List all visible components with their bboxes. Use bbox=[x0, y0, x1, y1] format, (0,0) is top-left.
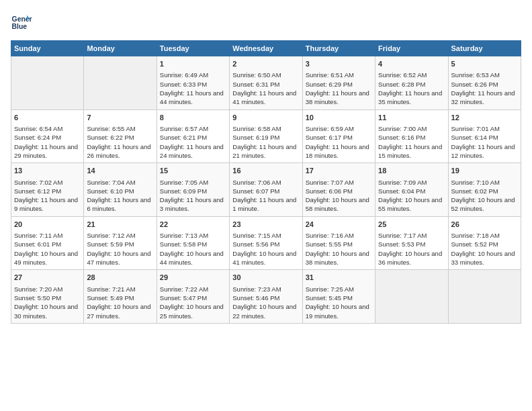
day-number: 4 bbox=[378, 59, 445, 69]
day-number: 23 bbox=[232, 220, 299, 230]
calendar-day-cell: 3Sunrise: 6:51 AM Sunset: 6:29 PM Daylig… bbox=[302, 56, 375, 110]
svg-text:Blue: Blue bbox=[12, 23, 28, 30]
day-number: 22 bbox=[160, 220, 226, 230]
calendar-week-row: 1Sunrise: 6:49 AM Sunset: 6:33 PM Daylig… bbox=[11, 56, 521, 110]
day-number: 24 bbox=[306, 220, 372, 230]
calendar-day-cell: 23Sunrise: 7:15 AM Sunset: 5:56 PM Dayli… bbox=[230, 216, 302, 270]
day-number: 7 bbox=[87, 113, 153, 123]
day-number: 9 bbox=[232, 113, 299, 123]
day-info: Sunrise: 7:25 AM Sunset: 5:45 PM Dayligh… bbox=[306, 285, 372, 320]
day-info: Sunrise: 7:02 AM Sunset: 6:12 PM Dayligh… bbox=[14, 178, 81, 214]
day-info: Sunrise: 7:20 AM Sunset: 5:50 PM Dayligh… bbox=[14, 285, 81, 320]
calendar-day-cell: 10Sunrise: 6:59 AM Sunset: 6:17 PM Dayli… bbox=[302, 109, 375, 163]
day-info: Sunrise: 6:49 AM Sunset: 6:33 PM Dayligh… bbox=[160, 71, 226, 106]
day-number: 20 bbox=[14, 220, 81, 230]
calendar-day-cell: 21Sunrise: 7:12 AM Sunset: 5:59 PM Dayli… bbox=[84, 216, 157, 270]
day-info: Sunrise: 6:58 AM Sunset: 6:19 PM Dayligh… bbox=[232, 124, 299, 160]
calendar-day-cell: 31Sunrise: 7:25 AM Sunset: 5:45 PM Dayli… bbox=[302, 270, 375, 324]
calendar-week-row: 20Sunrise: 7:11 AM Sunset: 6:01 PM Dayli… bbox=[11, 216, 521, 270]
calendar-day-cell: 27Sunrise: 7:20 AM Sunset: 5:50 PM Dayli… bbox=[11, 270, 84, 324]
day-number: 21 bbox=[87, 220, 153, 230]
day-info: Sunrise: 7:16 AM Sunset: 5:55 PM Dayligh… bbox=[306, 231, 372, 267]
calendar-day-cell: 7Sunrise: 6:55 AM Sunset: 6:22 PM Daylig… bbox=[84, 109, 157, 163]
day-info: Sunrise: 7:23 AM Sunset: 5:46 PM Dayligh… bbox=[232, 285, 299, 320]
calendar-day-cell: 13Sunrise: 7:02 AM Sunset: 6:12 PM Dayli… bbox=[11, 163, 84, 217]
day-info: Sunrise: 7:09 AM Sunset: 6:04 PM Dayligh… bbox=[378, 178, 445, 214]
day-number: 5 bbox=[451, 59, 518, 69]
day-number: 26 bbox=[451, 220, 518, 230]
logo-icon: General Blue bbox=[11, 11, 32, 32]
header-day: Friday bbox=[375, 41, 448, 56]
calendar-day-cell: 8Sunrise: 6:57 AM Sunset: 6:21 PM Daylig… bbox=[157, 109, 229, 163]
day-number: 28 bbox=[87, 273, 153, 283]
day-number: 18 bbox=[378, 166, 445, 176]
calendar-day-cell: 16Sunrise: 7:06 AM Sunset: 6:07 PM Dayli… bbox=[230, 163, 302, 217]
day-info: Sunrise: 6:54 AM Sunset: 6:24 PM Dayligh… bbox=[14, 124, 81, 160]
calendar-day-cell: 22Sunrise: 7:13 AM Sunset: 5:58 PM Dayli… bbox=[157, 216, 229, 270]
day-number: 27 bbox=[14, 273, 81, 283]
day-number: 13 bbox=[14, 166, 81, 176]
day-info: Sunrise: 7:11 AM Sunset: 6:01 PM Dayligh… bbox=[14, 231, 81, 267]
day-info: Sunrise: 7:21 AM Sunset: 5:49 PM Dayligh… bbox=[87, 285, 153, 320]
calendar-day-cell bbox=[11, 56, 84, 110]
day-number: 8 bbox=[160, 113, 226, 123]
day-info: Sunrise: 6:51 AM Sunset: 6:29 PM Dayligh… bbox=[306, 71, 372, 106]
day-number: 31 bbox=[306, 273, 372, 283]
day-number: 3 bbox=[306, 59, 372, 69]
calendar-day-cell: 15Sunrise: 7:05 AM Sunset: 6:09 PM Dayli… bbox=[157, 163, 229, 217]
header-day: Tuesday bbox=[157, 41, 229, 56]
calendar-day-cell: 12Sunrise: 7:01 AM Sunset: 6:14 PM Dayli… bbox=[448, 109, 521, 163]
day-number: 25 bbox=[378, 220, 445, 230]
calendar-day-cell: 11Sunrise: 7:00 AM Sunset: 6:16 PM Dayli… bbox=[375, 109, 448, 163]
day-info: Sunrise: 6:55 AM Sunset: 6:22 PM Dayligh… bbox=[87, 124, 153, 160]
day-info: Sunrise: 6:57 AM Sunset: 6:21 PM Dayligh… bbox=[160, 124, 226, 160]
day-number: 11 bbox=[378, 113, 445, 123]
calendar-week-row: 27Sunrise: 7:20 AM Sunset: 5:50 PM Dayli… bbox=[11, 270, 521, 324]
day-number: 2 bbox=[232, 59, 299, 69]
calendar: SundayMondayTuesdayWednesdayThursdayFrid… bbox=[11, 40, 521, 324]
calendar-day-cell bbox=[448, 270, 521, 324]
day-number: 30 bbox=[232, 273, 299, 283]
header-day: Wednesday bbox=[230, 41, 302, 56]
day-number: 15 bbox=[160, 166, 226, 176]
day-info: Sunrise: 7:04 AM Sunset: 6:10 PM Dayligh… bbox=[87, 178, 153, 214]
day-info: Sunrise: 7:10 AM Sunset: 6:02 PM Dayligh… bbox=[451, 178, 518, 214]
day-info: Sunrise: 7:15 AM Sunset: 5:56 PM Dayligh… bbox=[232, 231, 299, 267]
calendar-day-cell bbox=[375, 270, 448, 324]
day-info: Sunrise: 6:50 AM Sunset: 6:31 PM Dayligh… bbox=[232, 71, 299, 106]
calendar-day-cell: 24Sunrise: 7:16 AM Sunset: 5:55 PM Dayli… bbox=[302, 216, 375, 270]
calendar-day-cell: 5Sunrise: 6:53 AM Sunset: 6:26 PM Daylig… bbox=[448, 56, 521, 110]
day-number: 29 bbox=[160, 273, 226, 283]
day-number: 17 bbox=[306, 166, 372, 176]
calendar-day-cell: 17Sunrise: 7:07 AM Sunset: 6:06 PM Dayli… bbox=[302, 163, 375, 217]
day-number: 10 bbox=[306, 113, 372, 123]
day-info: Sunrise: 6:52 AM Sunset: 6:28 PM Dayligh… bbox=[378, 71, 445, 106]
page-header: General Blue bbox=[11, 11, 521, 32]
day-number: 12 bbox=[451, 113, 518, 123]
calendar-day-cell: 26Sunrise: 7:18 AM Sunset: 5:52 PM Dayli… bbox=[448, 216, 521, 270]
day-info: Sunrise: 7:06 AM Sunset: 6:07 PM Dayligh… bbox=[232, 178, 299, 214]
calendar-day-cell: 9Sunrise: 6:58 AM Sunset: 6:19 PM Daylig… bbox=[230, 109, 302, 163]
day-number: 16 bbox=[232, 166, 299, 176]
day-info: Sunrise: 6:53 AM Sunset: 6:26 PM Dayligh… bbox=[451, 71, 518, 106]
calendar-day-cell: 29Sunrise: 7:22 AM Sunset: 5:47 PM Dayli… bbox=[157, 270, 229, 324]
calendar-day-cell: 4Sunrise: 6:52 AM Sunset: 6:28 PM Daylig… bbox=[375, 56, 448, 110]
day-info: Sunrise: 7:18 AM Sunset: 5:52 PM Dayligh… bbox=[451, 231, 518, 267]
header-row: SundayMondayTuesdayWednesdayThursdayFrid… bbox=[11, 41, 521, 56]
logo: General Blue bbox=[11, 11, 35, 32]
day-info: Sunrise: 7:07 AM Sunset: 6:06 PM Dayligh… bbox=[306, 178, 372, 214]
day-info: Sunrise: 7:12 AM Sunset: 5:59 PM Dayligh… bbox=[87, 231, 153, 267]
calendar-day-cell: 30Sunrise: 7:23 AM Sunset: 5:46 PM Dayli… bbox=[230, 270, 302, 324]
calendar-day-cell: 20Sunrise: 7:11 AM Sunset: 6:01 PM Dayli… bbox=[11, 216, 84, 270]
header-day: Sunday bbox=[11, 41, 84, 56]
calendar-header: SundayMondayTuesdayWednesdayThursdayFrid… bbox=[11, 41, 521, 56]
day-number: 14 bbox=[87, 166, 153, 176]
header-day: Saturday bbox=[448, 41, 521, 56]
calendar-day-cell: 1Sunrise: 6:49 AM Sunset: 6:33 PM Daylig… bbox=[157, 56, 229, 110]
day-number: 19 bbox=[451, 166, 518, 176]
day-info: Sunrise: 7:05 AM Sunset: 6:09 PM Dayligh… bbox=[160, 178, 226, 214]
calendar-day-cell: 6Sunrise: 6:54 AM Sunset: 6:24 PM Daylig… bbox=[11, 109, 84, 163]
day-info: Sunrise: 6:59 AM Sunset: 6:17 PM Dayligh… bbox=[306, 124, 372, 160]
calendar-day-cell: 18Sunrise: 7:09 AM Sunset: 6:04 PM Dayli… bbox=[375, 163, 448, 217]
calendar-day-cell bbox=[84, 56, 157, 110]
